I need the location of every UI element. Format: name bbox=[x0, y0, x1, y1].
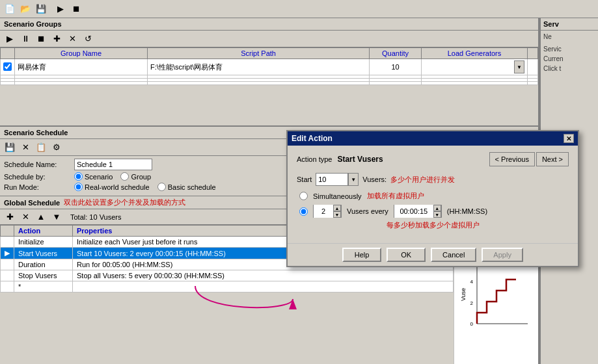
sidebar-line3: Curren bbox=[543, 55, 595, 62]
every-vusers-radio[interactable] bbox=[299, 207, 308, 216]
row-script-path: F:\性能\script\网易体育 bbox=[148, 59, 370, 75]
sched-delete-btn[interactable]: ✕ bbox=[18, 140, 33, 155]
vusers-label: Vusers: bbox=[362, 176, 387, 183]
new-btn[interactable]: 📄 bbox=[3, 2, 17, 16]
cancel-btn[interactable]: Cancel bbox=[431, 248, 476, 262]
sidebar-content: Ne Servic Curren Click t bbox=[541, 31, 598, 75]
svg-text:0: 0 bbox=[470, 321, 473, 327]
sched-save-btn[interactable]: 💾 bbox=[3, 140, 17, 155]
action-name-3: Stop Vusers bbox=[14, 270, 73, 281]
modal-close-btn[interactable]: ✕ bbox=[564, 134, 574, 143]
table-row: 网易体育 F:\性能\script\网易体育 10 localhost ▼ bbox=[1, 59, 538, 75]
bottom-annotation: 每多少秒加载多少个虚拟用户 bbox=[297, 220, 569, 230]
svg-text:2: 2 bbox=[470, 300, 473, 306]
sidebar-line1: Ne bbox=[543, 33, 595, 40]
action-row-new[interactable]: * bbox=[1, 281, 454, 292]
remove-group-btn[interactable]: ✕ bbox=[65, 32, 79, 46]
time-value-input[interactable] bbox=[394, 205, 433, 218]
move-down-btn[interactable]: ▼ bbox=[49, 210, 64, 224]
hhmmss-label: (HH:MM:SS) bbox=[447, 207, 487, 215]
modal-titlebar: Edit Action ✕ bbox=[288, 131, 578, 146]
edit-action-modal: Edit Action ✕ Action type Start Vusers <… bbox=[286, 130, 579, 267]
action-props-4 bbox=[73, 281, 454, 292]
spin-up-btn[interactable]: ▲ bbox=[333, 205, 341, 211]
start-dropdown-btn[interactable]: ▼ bbox=[348, 173, 359, 186]
scenario-groups-title: Scenario Groups bbox=[0, 18, 538, 31]
row-checkbox[interactable] bbox=[3, 62, 12, 71]
time-spin-down-btn[interactable]: ▼ bbox=[433, 211, 441, 218]
start-value-input[interactable] bbox=[316, 173, 348, 186]
action-name-1: Start Vusers bbox=[14, 248, 73, 259]
simultaneously-radio[interactable] bbox=[299, 192, 308, 200]
spinner-buttons: ▲ ▼ bbox=[333, 205, 341, 218]
add-action-btn[interactable]: ✚ bbox=[3, 210, 17, 224]
schedule-by-label: Schedule by: bbox=[4, 173, 69, 181]
move-up-btn[interactable]: ▲ bbox=[34, 210, 48, 224]
delete-action-btn[interactable]: ✕ bbox=[18, 210, 33, 224]
next-btn[interactable]: Next > bbox=[536, 152, 569, 166]
action-props-3: Stop all Vusers: 5 every 00:00:30 (HH:MM… bbox=[73, 270, 454, 281]
every-spinner: ▲ ▼ bbox=[313, 205, 342, 218]
schedule-by-scenario[interactable]: Scenario bbox=[74, 172, 113, 181]
ok-btn[interactable]: OK bbox=[387, 248, 426, 262]
sidebar-line2: Servic bbox=[543, 46, 595, 53]
action-name-2: Duration bbox=[14, 259, 73, 270]
play-scenario-btn[interactable]: ▶ bbox=[3, 32, 17, 46]
action-row-stop-vusers[interactable]: Stop Vusers Stop all Vusers: 5 every 00:… bbox=[1, 270, 454, 281]
sidebar-title: Serv bbox=[541, 18, 598, 31]
prev-btn[interactable]: < Previous bbox=[489, 152, 535, 166]
pause-scenario-btn[interactable]: ⏸ bbox=[18, 32, 33, 46]
run-btn[interactable]: ▶ bbox=[53, 2, 68, 16]
svg-text:4: 4 bbox=[470, 279, 473, 285]
start-dropdown: ▼ bbox=[316, 173, 359, 186]
simultaneously-annotation: 加载所有虚拟用户 bbox=[367, 191, 424, 201]
scenario-groups: Scenario Groups ▶ ⏸ ⏹ ✚ ✕ ↺ Group Name S… bbox=[0, 18, 538, 127]
scenario-table: Group Name Script Path Quantity Load Gen… bbox=[0, 47, 538, 85]
row-empty bbox=[528, 59, 538, 75]
run-mode-label: Run Mode: bbox=[4, 183, 69, 191]
action-type-label: Action type bbox=[297, 155, 332, 163]
sidebar-line4: Click t bbox=[543, 65, 595, 72]
stop-scenario-btn[interactable]: ⏹ bbox=[34, 32, 48, 46]
row-load-gen[interactable]: localhost ▼ bbox=[422, 59, 528, 75]
schedule-name-label: Schedule Name: bbox=[4, 161, 69, 168]
separator bbox=[49, 2, 52, 16]
load-gen-input[interactable]: localhost bbox=[424, 63, 514, 71]
row-quantity: 10 bbox=[370, 59, 422, 75]
time-spin-up-btn[interactable]: ▲ bbox=[433, 205, 441, 211]
action-name-0: Initialize bbox=[14, 237, 73, 248]
help-btn[interactable]: Help bbox=[342, 248, 381, 262]
col-load-gen: Load Generators bbox=[422, 48, 528, 59]
modal-footer: Help OK Cancel Apply bbox=[288, 243, 578, 266]
every-value-input[interactable] bbox=[314, 205, 333, 218]
action-type-row: Action type Start Vusers < Previous Next… bbox=[297, 152, 569, 166]
add-group-btn[interactable]: ✚ bbox=[49, 32, 64, 46]
global-schedule-title: Global Schedule bbox=[4, 199, 60, 207]
stop-btn[interactable]: ⏹ bbox=[69, 2, 83, 16]
global-schedule-annotation: 双击此处设置多少个并发及加载的方式 bbox=[64, 198, 185, 207]
start-label: Start bbox=[297, 176, 312, 183]
save-btn[interactable]: 💾 bbox=[34, 2, 48, 16]
simultaneously-radio-row: Simultaneously 加载所有虚拟用户 bbox=[299, 191, 569, 201]
reset-btn[interactable]: ↺ bbox=[81, 32, 95, 46]
chart-y-label: Vuse bbox=[460, 288, 467, 301]
every-vusers-radio-row: ▲ ▼ Vusers every ▲ ▼ (HH:MM:SS) bbox=[299, 205, 569, 218]
run-mode-real[interactable]: Real-world schedule bbox=[74, 183, 150, 191]
load-gen-dropdown-btn[interactable]: ▼ bbox=[514, 60, 524, 73]
time-spinner: ▲ ▼ bbox=[394, 205, 442, 218]
vusers-annotation: 多少个用户进行并发 bbox=[390, 175, 455, 185]
sched-settings-btn[interactable]: ⚙ bbox=[49, 140, 64, 155]
schedule-name-input[interactable] bbox=[74, 159, 152, 170]
col-arrow bbox=[1, 226, 14, 237]
scenario-toolbar: ▶ ⏸ ⏹ ✚ ✕ ↺ bbox=[0, 31, 538, 47]
sched-copy-btn[interactable]: 📋 bbox=[34, 140, 48, 155]
open-btn[interactable]: 📂 bbox=[18, 2, 33, 16]
spin-down-btn[interactable]: ▼ bbox=[333, 211, 341, 218]
schedule-by-group[interactable]: Group bbox=[120, 172, 151, 181]
col-group-name: Group Name bbox=[15, 48, 148, 59]
apply-btn[interactable]: Apply bbox=[482, 248, 523, 262]
row-checkbox-cell bbox=[1, 59, 15, 75]
col-script-path: Script Path bbox=[148, 48, 370, 59]
run-mode-basic[interactable]: Basic schedule bbox=[157, 183, 216, 191]
col-quantity: Quantity bbox=[370, 48, 422, 59]
